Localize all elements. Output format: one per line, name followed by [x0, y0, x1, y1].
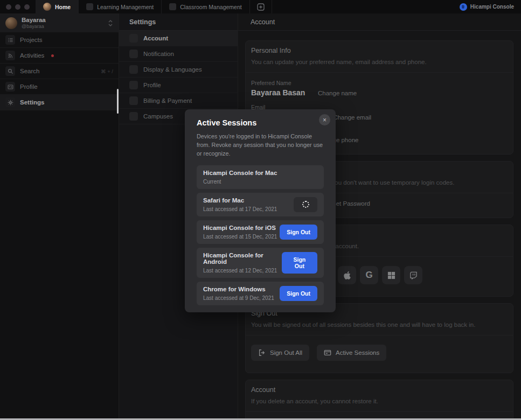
window-close-button[interactable] [6, 4, 11, 10]
plus-square-icon [257, 3, 265, 11]
tab-learning-management-label: Learning Management [97, 4, 154, 10]
tab-home[interactable]: Home [36, 0, 79, 13]
app-window: Home Learning Management Classroom Manag… [0, 0, 521, 420]
session-name: Safari for Mac [203, 197, 277, 204]
tab-classroom-management[interactable]: Classroom Management [162, 0, 249, 13]
tab-home-label: Home [55, 4, 71, 10]
session-meta: Last accessed at 17 Dec, 2021 [203, 206, 277, 212]
new-tab-button[interactable] [250, 0, 272, 13]
classroom-management-icon [169, 3, 176, 10]
session-name: Chrome for Windows [203, 286, 274, 292]
active-sessions-modal: × Active Sessions Devices you're logged … [185, 109, 336, 312]
sign-out-button[interactable]: Sign Out [280, 286, 317, 301]
session-meta: Last accessed at 12 Dec, 2021 [203, 268, 282, 274]
hicampi-logo-icon [460, 3, 467, 11]
session-row: Hicampi Console for iOS Last accessed at… [197, 220, 324, 244]
window-controls [0, 0, 36, 13]
brand: Hicampi Console [453, 0, 521, 13]
sign-out-loading-button[interactable] [294, 197, 317, 212]
modal-description: Devices you're logged in to Hicampi Cons… [197, 132, 324, 158]
session-meta: Current [203, 179, 277, 185]
brand-label: Hicampi Console [470, 4, 514, 10]
sign-out-button[interactable]: Sign Out [282, 252, 317, 274]
home-avatar-icon [43, 3, 51, 11]
sign-out-button[interactable]: Sign Out [280, 225, 317, 240]
session-meta: Last accessed at 15 Dec, 2021 [203, 234, 277, 240]
session-name: Hicampi Console for Mac [203, 170, 277, 176]
sidebar-scrollbar-thumb[interactable] [117, 89, 119, 114]
session-row: Hicampi Console for Mac Current [197, 165, 324, 189]
topbar-spacer [272, 0, 453, 13]
session-name: Hicampi Console for Android [203, 252, 282, 265]
modal-title: Active Sessions [197, 118, 324, 127]
tab-learning-management[interactable]: Learning Management [79, 0, 162, 13]
session-row: Hicampi Console for Android Last accesse… [197, 248, 324, 278]
learning-management-icon [86, 3, 93, 10]
close-icon[interactable]: × [319, 114, 330, 125]
session-row: Safari for Mac Last accessed at 17 Dec, … [197, 193, 324, 216]
window-zoom-button[interactable] [24, 4, 30, 10]
tab-classroom-management-label: Classroom Management [180, 4, 241, 10]
spinner-icon [302, 201, 309, 208]
session-meta: Last accessed at 9 Dec, 2021 [203, 295, 274, 301]
session-name: Hicampi Console for iOS [203, 225, 277, 231]
window-minimize-button[interactable] [15, 4, 20, 10]
top-tab-bar: Home Learning Management Classroom Manag… [0, 0, 521, 13]
session-row: Chrome for Windows Last accessed at 9 De… [197, 282, 324, 305]
